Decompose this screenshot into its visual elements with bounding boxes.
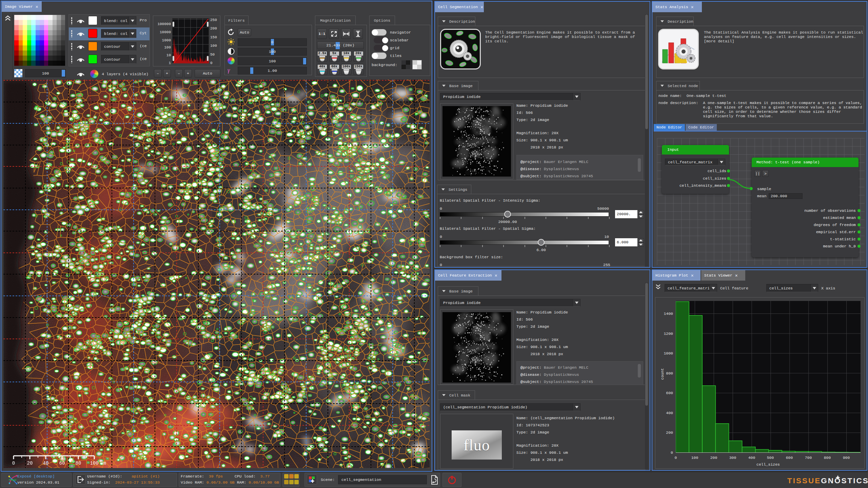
svg-text:100: 100 <box>90 461 98 466</box>
svg-text:80: 80 <box>76 461 81 466</box>
svg-text:60: 60 <box>59 461 65 466</box>
svg-text:um: um <box>100 461 106 466</box>
svg-text:20: 20 <box>27 461 33 466</box>
svg-text:40: 40 <box>43 461 49 466</box>
svg-text:0: 0 <box>12 461 15 466</box>
